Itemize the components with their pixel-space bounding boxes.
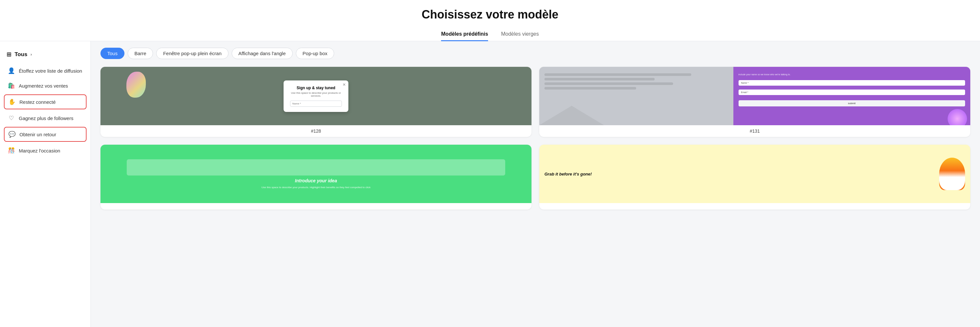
bottom2-promo-text: Grab it before it's gone! <box>544 172 592 177</box>
line4 <box>544 87 636 89</box>
main-content: ⊞ Tous › 👤 Étoffez votre liste de diffus… <box>0 41 980 327</box>
field1-label: Name * <box>741 82 963 84</box>
bottom1-small-text: Use this space to describe your products… <box>261 186 371 189</box>
template-preview-131: include your name so we know who we're t… <box>539 67 970 125</box>
user-icon: 👤 <box>8 67 15 74</box>
template-preview-bottom1: Introduce your idea Use this space to de… <box>100 145 531 203</box>
hand-icon: ✋ <box>8 98 16 105</box>
popup-modal-128: ✕ Sign up & stay tuned Use this space to… <box>283 80 348 112</box>
template-label-bottom2 <box>539 203 970 210</box>
sidebar-item-followers[interactable]: ♡ Gagnez plus de followers <box>0 111 91 126</box>
field2-label: Email * <box>741 91 963 93</box>
decorative-circle-131 <box>948 109 967 125</box>
bottom2-characters <box>939 158 965 190</box>
gray-bar <box>127 159 505 175</box>
sidebar-section-header[interactable]: ⊞ Tous › <box>0 48 91 61</box>
sidebar-item-label: Obtenir un retour <box>19 132 56 137</box>
preview-131-right: include your name so we know who we're t… <box>733 67 970 125</box>
field-name-131: Name * <box>738 80 966 86</box>
template-card-131[interactable]: include your name so we know who we're t… <box>539 67 970 137</box>
header: Choisissez votre modèle Modèles prédéfin… <box>0 0 980 41</box>
sidebar-all-label: Tous <box>14 51 27 58</box>
sidebar-chevron-icon: › <box>30 52 32 57</box>
template-preview-bottom2: Grab it before it's gone! <box>539 145 970 203</box>
sidebar-item-label: Étoffez votre liste de diffusion <box>19 68 82 73</box>
bottom1-big-text: Introduce your idea <box>295 178 337 183</box>
party-icon: 🎊 <box>8 147 15 154</box>
popup-desc-128: Use this space to describe your products… <box>290 91 342 97</box>
bag-icon: 🛍️ <box>8 82 15 89</box>
sidebar-item-label: Marquez l'occasion <box>19 148 60 153</box>
sidebar: ⊞ Tous › 👤 Étoffez votre liste de diffus… <box>0 41 91 327</box>
filter-affichage[interactable]: Affichage dans l'angle <box>232 48 293 59</box>
filter-fenetre[interactable]: Fenêtre pop-up plein écran <box>156 48 228 59</box>
preview-131-left <box>539 67 733 125</box>
heart-icon: ♡ <box>8 115 15 122</box>
template-preview-128: ✕ Sign up & stay tuned Use this space to… <box>100 67 531 125</box>
tab-blank[interactable]: Modèles vierges <box>501 28 539 41</box>
sidebar-item-occasion[interactable]: 🎊 Marquez l'occasion <box>0 143 91 158</box>
templates-grid: ✕ Sign up & stay tuned Use this space to… <box>100 67 970 210</box>
template-label-128: #128 <box>100 125 531 137</box>
page-title: Choisissez votre modèle <box>0 8 980 21</box>
popup-input-128[interactable] <box>290 100 342 107</box>
filter-bar: Tous Barre Fenêtre pop-up plein écran Af… <box>100 48 970 59</box>
preview-bg-bottom2: Grab it before it's gone! <box>539 145 970 203</box>
sidebar-item-list[interactable]: 👤 Étoffez votre liste de diffusion <box>0 63 91 78</box>
filter-tous[interactable]: Tous <box>100 48 124 59</box>
template-card-128[interactable]: ✕ Sign up & stay tuned Use this space to… <box>100 67 531 137</box>
submit-btn-131: submit <box>738 100 966 107</box>
preview-bg-131: include your name so we know who we're t… <box>539 67 970 125</box>
sidebar-items-list: 👤 Étoffez votre liste de diffusion 🛍️ Au… <box>0 61 91 160</box>
close-x-icon: ✕ <box>342 82 346 87</box>
template-card-bottom2[interactable]: Grab it before it's gone! <box>539 145 970 210</box>
content-area: Tous Barre Fenêtre pop-up plein écran Af… <box>91 41 980 327</box>
line1 <box>544 73 691 76</box>
sidebar-item-feedback[interactable]: 💬 Obtenir un retour <box>4 127 86 142</box>
filter-barre[interactable]: Barre <box>128 48 153 59</box>
sidebar-item-sales[interactable]: 🛍️ Augmentez vos ventes <box>0 78 91 93</box>
template-label-131: #131 <box>539 125 970 137</box>
sidebar-item-label: Augmentez vos ventes <box>19 83 68 89</box>
preview-bg-128: ✕ Sign up & stay tuned Use this space to… <box>100 67 531 125</box>
preview-bg-bottom1: Introduce your idea Use this space to de… <box>100 145 531 203</box>
left-lines <box>544 73 728 89</box>
sidebar-item-label: Gagnez plus de followers <box>19 115 73 121</box>
tabs-bar: Modèles prédéfinis Modèles vierges <box>0 28 980 41</box>
feedback-icon: 💬 <box>8 131 16 138</box>
decorative-flower <box>126 72 146 98</box>
tab-predefined[interactable]: Modèles prédéfinis <box>441 28 488 41</box>
sidebar-item-connected[interactable]: ✋ Restez connecté <box>4 94 86 109</box>
sidebar-all-icon: ⊞ <box>6 51 11 58</box>
line2 <box>544 78 655 80</box>
mountain-shape <box>539 102 755 125</box>
character-shape <box>939 158 965 190</box>
field-email-131: Email * <box>738 89 966 95</box>
filter-popup-box[interactable]: Pop-up box <box>296 48 334 59</box>
template-label-bottom1 <box>100 203 531 210</box>
sidebar-item-label: Restez connecté <box>19 99 56 105</box>
template-card-bottom1[interactable]: Introduce your idea Use this space to de… <box>100 145 531 210</box>
mountain-svg <box>539 102 604 125</box>
popup-title-128: Sign up & stay tuned <box>290 86 342 90</box>
preview-131-heading-text: include your name so we know who we're t… <box>738 73 966 76</box>
page-wrapper: Choisissez votre modèle Modèles prédéfin… <box>0 0 980 327</box>
line3 <box>544 82 673 85</box>
